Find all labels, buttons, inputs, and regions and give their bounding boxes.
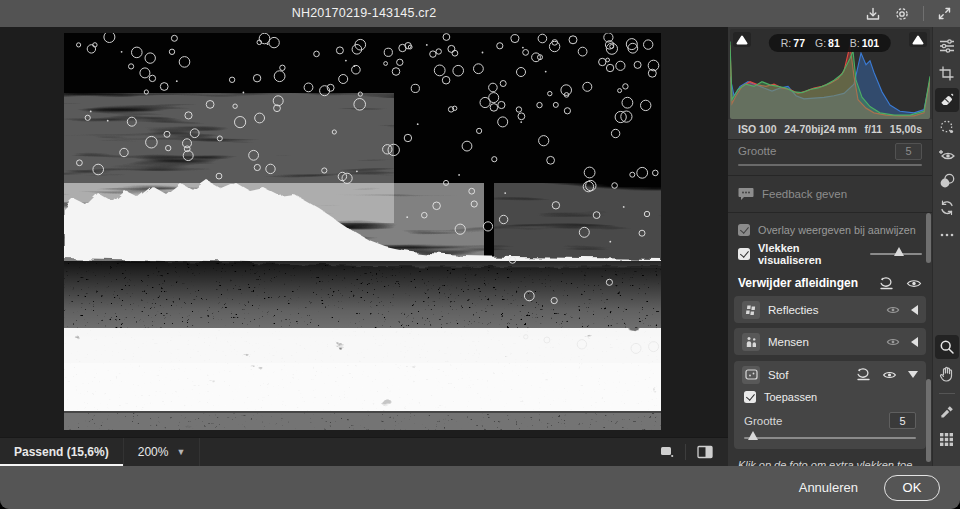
feedback-label: Feedback geven: [762, 188, 847, 200]
cancel-button[interactable]: Annuleren: [799, 480, 858, 495]
remove-item-people[interactable]: Mensen: [734, 328, 926, 355]
lens-value: 24-70bij24 mm: [784, 123, 856, 135]
section-visibility-eye-icon[interactable]: [906, 278, 922, 289]
dust-size-value[interactable]: 5: [889, 412, 916, 429]
reflections-expand-icon[interactable]: [911, 305, 918, 315]
ok-button[interactable]: OK: [884, 475, 940, 501]
remove-item-dust-expanded: Stof Toepassen Grootte 5: [734, 361, 926, 449]
dust-collapse-icon[interactable]: [908, 371, 918, 378]
tab-fit-zoom[interactable]: Passend (15,6%): [0, 438, 124, 466]
exif-info-bar: ISO 100 24-70bij24 mm f/11 15,00s: [728, 119, 932, 140]
photo-canvas[interactable]: [64, 33, 661, 430]
dust-title-row[interactable]: Stof: [742, 361, 918, 388]
reflections-icon: [742, 301, 760, 319]
size-label-disabled: Grootte: [738, 145, 776, 157]
zoom-level-label: 200%: [138, 445, 169, 459]
dust-size-slider[interactable]: [744, 437, 916, 439]
filename-title: NH20170219-143145.cr2: [0, 0, 728, 27]
sync-settings-tool[interactable]: [935, 196, 959, 220]
shutter-value: 15,00s: [890, 123, 922, 135]
title-bar: NH20170219-143145.cr2: [0, 0, 960, 27]
visualize-spots-checkbox[interactable]: [738, 248, 750, 260]
camera-raw-dialog: NH20170219-143145.cr2: [0, 0, 960, 509]
presets-tool[interactable]: [935, 169, 959, 193]
dust-size-thumb[interactable]: [748, 431, 758, 440]
highlight-clipping-icon[interactable]: [909, 32, 927, 47]
size-row-disabled: Grootte 5: [738, 142, 922, 160]
dust-help-text: Klik op de foto om extra vlekken toe te …: [738, 458, 922, 466]
overlay-hover-label: Overlay weergeven bij aanwijzen: [758, 224, 916, 236]
feedback-button[interactable]: Feedback geven: [738, 185, 922, 203]
size-value-disabled: 5: [895, 143, 922, 160]
dust-apply-label: Toepassen: [764, 391, 817, 403]
edit-adjustments-tool[interactable]: [935, 34, 959, 58]
adjustments-panel: R:77 G:81 B:101 ISO 100 24-70bij24 mm f/…: [728, 27, 932, 466]
chevron-down-icon: ▼: [176, 447, 185, 457]
overlay-hover-checkbox[interactable]: [738, 224, 750, 236]
before-after-view-icon[interactable]: [696, 445, 714, 459]
fit-zoom-label: Passend (15,6%): [14, 445, 109, 459]
masking-tool[interactable]: [935, 115, 959, 139]
remove-item-reflections[interactable]: Reflecties: [734, 296, 926, 323]
iso-value: ISO 100: [738, 123, 777, 135]
size-slider-disabled: [738, 164, 922, 166]
histogram: R:77 G:81 B:101: [730, 29, 930, 119]
remove-distractions-header: Verwijder afleidingen: [738, 276, 922, 290]
visualize-threshold-slider[interactable]: [870, 253, 922, 255]
dust-apply-checkbox[interactable]: [744, 391, 756, 403]
dust-apply-row: Toepassen: [744, 391, 916, 403]
overlay-hover-row: Overlay weergeven bij aanwijzen: [738, 222, 922, 238]
grid-overlay-tool[interactable]: [935, 427, 959, 451]
reflections-label: Reflecties: [768, 304, 819, 316]
zoom-tool[interactable]: [935, 335, 959, 359]
dust-icon: [742, 366, 760, 384]
tab-zoom-level[interactable]: 200% ▼: [124, 438, 201, 466]
people-expand-icon[interactable]: [911, 337, 918, 347]
statusbar-divider: [685, 444, 686, 460]
scrollbar-upper[interactable]: [926, 213, 931, 263]
visualize-threshold-thumb[interactable]: [894, 247, 904, 256]
tool-strip: [932, 27, 960, 466]
fullscreen-expand-icon[interactable]: [937, 6, 952, 21]
divider: [728, 212, 932, 213]
dust-eye-icon[interactable]: [882, 370, 897, 380]
more-options-icon[interactable]: [935, 223, 959, 247]
image-viewport: [0, 27, 728, 437]
aperture-value: f/11: [865, 123, 883, 135]
scrollbar-lower[interactable]: [926, 379, 931, 462]
settings-gear-icon[interactable]: [894, 6, 910, 22]
zoom-status-bar: Passend (15,6%) 200% ▼: [0, 437, 728, 466]
crop-tool[interactable]: [935, 61, 959, 85]
people-icon: [742, 333, 760, 351]
toolbar-divider: [939, 393, 955, 394]
shadow-clipping-icon[interactable]: [733, 32, 751, 47]
dust-label: Stof: [768, 369, 788, 381]
preview-toggle-icon[interactable]: [659, 445, 675, 459]
divider: [728, 175, 932, 176]
color-sampler-tool[interactable]: [935, 400, 959, 424]
visualize-spots-row: Vlekken visualiseren: [738, 246, 922, 262]
hand-tool[interactable]: [935, 362, 959, 386]
reflections-eye-icon[interactable]: [886, 305, 900, 315]
dust-reset-icon[interactable]: [856, 368, 871, 381]
titlebar-divider: [923, 6, 924, 21]
dust-size-label: Grootte: [744, 415, 782, 427]
remove-heal-tool[interactable]: [935, 88, 959, 112]
people-label: Mensen: [768, 336, 809, 348]
dust-size-row: Grootte 5: [744, 412, 916, 429]
people-eye-icon[interactable]: [886, 337, 900, 347]
save-download-icon[interactable]: [865, 6, 881, 22]
dialog-footer: Annuleren OK: [0, 466, 960, 509]
reset-section-icon[interactable]: [879, 277, 894, 290]
red-eye-tool[interactable]: [935, 142, 959, 166]
rgb-readout: R:77 G:81 B:101: [769, 34, 891, 52]
remove-distractions-title: Verwijder afleidingen: [738, 276, 858, 290]
visualize-spots-label: Vlekken visualiseren: [758, 242, 862, 266]
